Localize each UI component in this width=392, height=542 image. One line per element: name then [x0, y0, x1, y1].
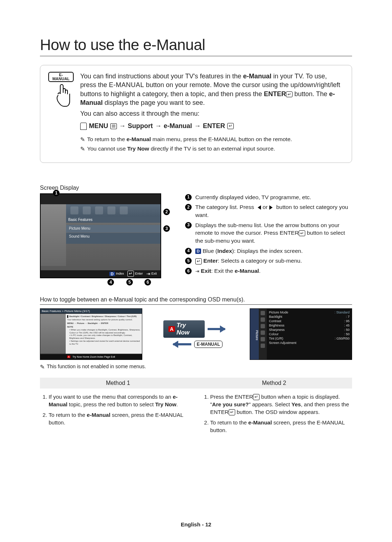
callout-1: 1 — [53, 190, 60, 196]
note-text: You cannot use Try Now directly if the T… — [87, 145, 275, 153]
text: Are you sure? — [212, 401, 249, 407]
osd-row: Sharpness: 50 — [269, 328, 350, 332]
text: E-MANUAL — [155, 412, 183, 418]
mini-title: Backlight / Contrast / Brightness / Shar… — [67, 315, 140, 318]
note-icon — [80, 145, 85, 153]
tv-footer: D Index ↵ Enter ⇥ Exit — [41, 270, 160, 278]
mini-bullet: When you make changes to Backlight, Cont… — [69, 329, 140, 334]
osd-side-label: Picture — [250, 309, 259, 360]
arrow: → — [155, 122, 162, 130]
text: ENTER — [264, 90, 286, 98]
text: " appears. Select — [249, 401, 291, 407]
text: e-Manual — [127, 136, 151, 142]
text: If you want to use the menu that corresp… — [49, 394, 173, 400]
osd-row: Brightness: 45 — [269, 323, 350, 328]
text: English - 12 — [181, 521, 211, 527]
osd-value: : 45 — [344, 324, 350, 327]
try-now-label: Try Now — [176, 322, 200, 336]
toggle-heading: How to toggle between an e-Manual topic … — [40, 296, 352, 305]
osd-key: Screen Adjustment — [269, 341, 297, 345]
num-3-icon: 3 — [185, 222, 192, 229]
note-icon — [80, 136, 85, 144]
text: E-MANUAL — [317, 419, 344, 426]
text: , and then press the — [301, 401, 349, 407]
page-title: How to use the e-Manual — [40, 36, 352, 56]
osd-key: Picture Mode — [269, 311, 288, 314]
text: Try Now — [127, 145, 149, 152]
list-item: To return to the e-Manual screen, press … — [210, 419, 352, 434]
legend-text: ↵ Enter: Selects a category or sub-menu. — [195, 257, 302, 265]
osd-key: Colour — [269, 332, 279, 336]
small-note: This function is not enabled in some men… — [40, 364, 352, 370]
text: Index — [116, 272, 124, 275]
text: button. — [49, 419, 65, 426]
text: or — [261, 204, 269, 210]
remote-outline-icon — [80, 123, 87, 130]
text: ENTER — [235, 394, 253, 400]
num-5-icon: 5 — [185, 258, 192, 264]
text: Exit — [201, 268, 211, 274]
osd-row: Backlight: 7 — [269, 315, 350, 319]
text: To return to the — [210, 419, 248, 426]
text: button. — [210, 427, 227, 433]
text: e-Manual — [87, 412, 110, 418]
text: Blue ( — [201, 248, 217, 254]
text: ENTER — [280, 230, 299, 236]
emanual-topic-screen: Basic Features > Picture Menu (3/17) Bac… — [40, 308, 142, 360]
osd-row: Screen Adjustment — [269, 341, 350, 345]
text: : Exit the — [211, 268, 235, 274]
note-text: This function is not enabled in some men… — [47, 364, 146, 370]
enter-icon: ↵ — [195, 258, 202, 264]
text: Index — [217, 248, 232, 254]
screen-display-label: Screen Display — [40, 185, 352, 191]
tv-frame: Basic Features Picture Menu Sound Menu D… — [40, 193, 161, 278]
osd-row: Tint (G/R): G50/R50 — [269, 336, 350, 341]
e-manual-badge: E-MANUAL — [194, 341, 222, 348]
osd-value: : G50/R50 — [335, 337, 350, 340]
text: To return to the — [87, 136, 127, 142]
text: directly if the TV is set to an external… — [149, 145, 275, 152]
text: screen, press the — [110, 412, 155, 418]
text: main menu, press the — [151, 136, 208, 142]
menu-path: MENU → Support → e-Manual → ENTER ↵ — [80, 122, 344, 130]
osd-key: Tint (G/R) — [269, 337, 283, 340]
text: : Selects a category or sub-menu. — [218, 258, 302, 264]
text: Enter — [135, 272, 143, 275]
osd-key: Contrast — [269, 319, 281, 323]
osd-key: Backlight — [269, 315, 282, 319]
arrow: → — [194, 122, 201, 130]
e-manual-button-icon: E-MANUAL — [48, 72, 74, 82]
list-item: To return to the e-Manual screen, press … — [49, 411, 191, 426]
arrows-column: A Try Now E-MANUAL — [163, 320, 229, 348]
text: Enter — [203, 258, 218, 264]
text: ENTER — [210, 409, 229, 415]
text: You cannot use — [87, 145, 127, 152]
category-label: Basic Features — [66, 217, 160, 223]
osd-value: : 50 — [344, 328, 350, 332]
osd-row: Colour: 50 — [269, 332, 350, 336]
callout-5: 5 — [126, 279, 133, 286]
osd-menu-screen: Picture Picture Mode: StandardBacklight:… — [250, 308, 352, 360]
callout-6: 6 — [144, 279, 151, 286]
toggle-figure: Basic Features > Picture Menu (3/17) Bac… — [40, 308, 352, 360]
osd-value: : 50 — [344, 332, 350, 336]
left-arrow-icon — [256, 205, 261, 210]
page-footer: English - 12 — [0, 521, 392, 527]
enter-icon: ↵ — [227, 123, 234, 129]
list-item: If you want to use the menu that corresp… — [49, 393, 191, 408]
list-item: Press the ENTER↵ button when a topic is … — [210, 393, 352, 416]
osd-key: Brightness — [269, 324, 285, 327]
legend-text: Displays the sub-menu list. Use the arro… — [195, 221, 352, 245]
text: ): Displays the index screen. — [232, 248, 303, 254]
text: . — [259, 268, 261, 274]
enter-icon: ↵ — [127, 271, 134, 276]
red-a-icon: A — [168, 326, 175, 332]
arrow-left-icon — [170, 342, 191, 346]
legend-text: The category list. Press or button to se… — [195, 203, 352, 219]
legend-text: D Blue (Index): Displays the index scree… — [195, 247, 303, 255]
text: e-Manual — [243, 73, 271, 80]
arrow: → — [119, 122, 126, 130]
text: Press the — [210, 394, 235, 400]
text: You can find instructions about your TV'… — [80, 73, 243, 80]
exit-icon: ⇥ — [146, 271, 150, 276]
